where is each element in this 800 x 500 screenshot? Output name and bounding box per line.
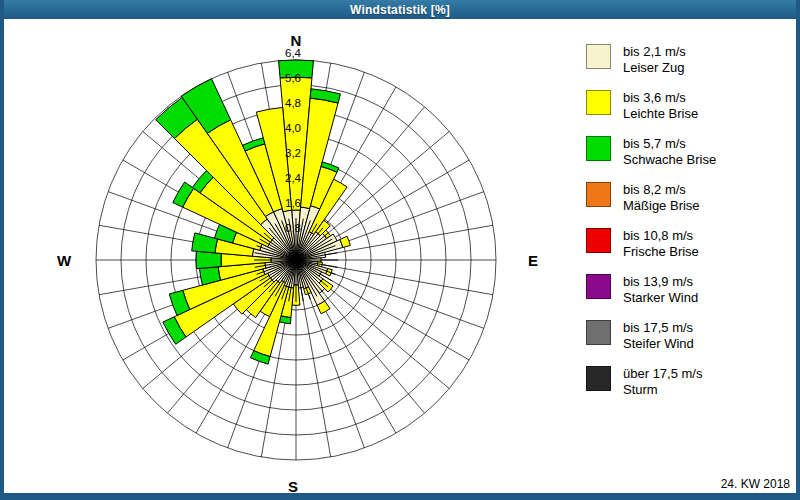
legend-swatch <box>586 274 611 299</box>
legend-item-2: bis 3,6 m/sLeichte Brise <box>586 90 716 122</box>
legend-label: bis 8,2 m/sMäßige Brise <box>623 182 700 214</box>
compass-label-w: W <box>57 252 72 269</box>
ring-label: 4,8 <box>285 97 301 109</box>
legend-swatch <box>586 136 611 161</box>
legend-swatch <box>586 228 611 253</box>
legend-label: bis 5,7 m/sSchwache Brise <box>623 136 716 168</box>
legend-item-8: über 17,5 m/sSturm <box>586 366 716 398</box>
ring-label: 3,2 <box>285 147 301 159</box>
ring-label: 4,0 <box>285 122 301 134</box>
compass-label-n: N <box>291 32 302 49</box>
legend-label: bis 3,6 m/sLeichte Brise <box>623 90 698 122</box>
legend-swatch <box>586 44 611 69</box>
legend-item-7: bis 17,5 m/sSteifer Wind <box>586 320 716 352</box>
ring-label: 0,8 <box>285 222 301 234</box>
windstatistik-window: Windstatistik [%] 0,81,62,43,24,04,85,66… <box>0 0 800 500</box>
legend-label: über 17,5 m/sSturm <box>623 366 703 398</box>
compass-label-e: E <box>528 252 538 269</box>
wind-sector-270-class3 <box>196 251 221 268</box>
center-hub <box>291 255 302 266</box>
wind-sector-280-class3 <box>192 233 218 253</box>
legend-label: bis 17,5 m/sSteifer Wind <box>623 320 694 352</box>
legend-swatch <box>586 182 611 207</box>
ring-label: 2,4 <box>285 172 302 184</box>
legend: bis 2,1 m/sLeiser Zugbis 3,6 m/sLeichte … <box>586 44 716 412</box>
legend-item-3: bis 5,7 m/sSchwache Brise <box>586 136 716 168</box>
legend-label: bis 2,1 m/sLeiser Zug <box>623 44 686 76</box>
calendar-week-label: 24. KW 2018 <box>721 477 790 491</box>
frame-border-bottom <box>0 493 800 500</box>
ring-label: 1,6 <box>285 197 301 209</box>
frame-border-left <box>0 0 4 500</box>
legend-swatch <box>586 320 611 345</box>
legend-item-5: bis 10,8 m/sFrische Brise <box>586 228 716 260</box>
legend-item-6: bis 13,9 m/sStarker Wind <box>586 274 716 306</box>
legend-item-4: bis 8,2 m/sMäßige Brise <box>586 182 716 214</box>
ring-label: 5,6 <box>285 72 301 84</box>
legend-label: bis 10,8 m/sFrische Brise <box>623 228 699 260</box>
legend-label: bis 13,9 m/sStarker Wind <box>623 274 698 306</box>
legend-swatch <box>586 366 611 391</box>
legend-item-1: bis 2,1 m/sLeiser Zug <box>586 44 716 76</box>
legend-swatch <box>586 90 611 115</box>
frame-border-right <box>796 0 800 500</box>
